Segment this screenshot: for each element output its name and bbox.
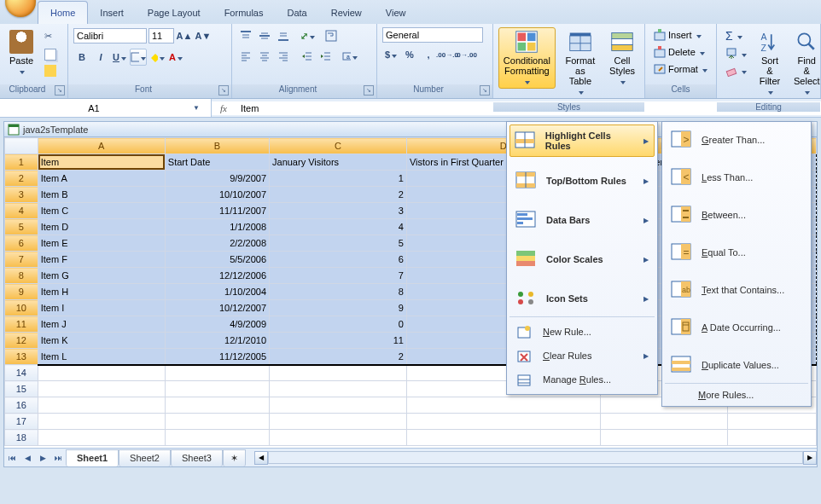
hscroll-left[interactable]: ◀	[254, 451, 268, 465]
select-all-button[interactable]	[5, 138, 38, 154]
number-format-input[interactable]	[382, 27, 483, 43]
shrink-font-button[interactable]: A▼	[195, 27, 212, 44]
cell[interactable]	[165, 414, 269, 430]
sheet-tab-new[interactable]: ✶	[223, 449, 246, 466]
merge-center-button[interactable]: a	[341, 48, 358, 65]
cell[interactable]: Item F	[38, 252, 165, 268]
cell[interactable]: 4/9/2009	[165, 316, 269, 333]
fill-color-button[interactable]	[148, 49, 166, 66]
paste-button[interactable]: Paste	[5, 27, 38, 78]
cell[interactable]	[38, 397, 165, 414]
submenu-less-than[interactable]: < Less Than...	[665, 162, 808, 193]
cell[interactable]: 1/1/2008	[165, 219, 269, 235]
find-select-button[interactable]: Find & Select	[789, 27, 821, 99]
cell[interactable]: Item K	[38, 333, 165, 349]
align-right-button[interactable]	[275, 48, 292, 65]
cut-button[interactable]: ✂	[41, 29, 61, 46]
cell[interactable]: 10/10/2007	[165, 187, 269, 203]
cell[interactable]	[165, 381, 269, 397]
cell[interactable]: Item L	[38, 349, 165, 365]
cell[interactable]: Start Date	[165, 154, 269, 171]
sheet-tab-3[interactable]: Sheet3	[171, 449, 223, 466]
sheet-nav-next[interactable]: ▶	[35, 450, 50, 466]
cell[interactable]: Item C	[38, 203, 165, 219]
conditional-formatting-button[interactable]: Conditional Formatting	[498, 27, 556, 89]
hscroll-track[interactable]	[268, 451, 803, 464]
align-top-button[interactable]	[237, 27, 254, 44]
cell[interactable]	[38, 381, 165, 397]
cell[interactable]: 10/12/2007	[165, 300, 269, 316]
sheet-tab-2[interactable]: Sheet2	[119, 449, 171, 466]
cell[interactable]	[165, 397, 269, 414]
cell[interactable]: 5	[270, 235, 407, 252]
wrap-text-button[interactable]	[323, 27, 340, 44]
grow-font-button[interactable]: A▲	[176, 27, 193, 44]
font-launcher[interactable]: ↘	[218, 85, 229, 96]
submenu-equal-to[interactable]: = Equal To...	[665, 237, 808, 268]
cell[interactable]: 9/9/2007	[165, 171, 269, 187]
tab-view[interactable]: View	[374, 2, 418, 24]
cell[interactable]	[38, 430, 165, 446]
sort-filter-button[interactable]: AZ Sort & Filter	[754, 27, 786, 99]
cell[interactable]: 1	[270, 171, 407, 187]
cell[interactable]: 12/1/2010	[165, 333, 269, 349]
cell[interactable]: Item B	[38, 187, 165, 203]
cell[interactable]: 4	[270, 219, 407, 235]
cell[interactable]: 7	[270, 268, 407, 284]
row-header[interactable]: 18	[5, 430, 38, 446]
tab-data[interactable]: Data	[275, 2, 318, 24]
bold-button[interactable]: B	[73, 49, 90, 66]
cell[interactable]: 11/12/2005	[165, 349, 269, 365]
row-header[interactable]: 1	[5, 154, 38, 171]
cell[interactable]: 11	[270, 333, 407, 349]
decrease-decimal-button[interactable]: .0→.00	[457, 46, 475, 63]
cell[interactable]: 3	[270, 203, 407, 219]
cell[interactable]: Item H	[38, 284, 165, 300]
alignment-launcher[interactable]: ↘	[364, 85, 374, 96]
copy-button[interactable]	[41, 47, 61, 62]
cell[interactable]: 1/10/2004	[165, 284, 269, 300]
cell[interactable]	[406, 414, 600, 430]
cell[interactable]	[270, 397, 407, 414]
format-painter-button[interactable]	[41, 63, 61, 78]
cell[interactable]: Item J	[38, 316, 165, 333]
cell[interactable]: Item I	[38, 300, 165, 316]
cell[interactable]: 5/5/2006	[165, 252, 269, 268]
cell[interactable]	[38, 414, 165, 430]
submenu-greater-than[interactable]: > Greater Than...	[665, 125, 808, 155]
submenu-date-occurring[interactable]: A Date Occurring...	[665, 312, 808, 343]
percent-button[interactable]: %	[401, 46, 418, 63]
cell[interactable]	[600, 414, 727, 430]
increase-indent-button[interactable]	[317, 48, 335, 65]
row-header[interactable]: 15	[5, 381, 38, 397]
cell[interactable]	[165, 365, 269, 381]
column-header-B[interactable]: B	[165, 138, 269, 154]
cell[interactable]: 2	[270, 187, 407, 203]
row-header[interactable]: 7	[5, 252, 38, 268]
underline-button[interactable]: U	[111, 49, 128, 66]
cell[interactable]: 8	[270, 284, 407, 300]
font-name-input[interactable]	[73, 28, 147, 43]
cell[interactable]	[727, 414, 816, 430]
tab-formulas[interactable]: Formulas	[213, 2, 276, 24]
cell-styles-button[interactable]: Cell Styles	[605, 27, 639, 89]
clear-button[interactable]	[722, 63, 750, 78]
name-box[interactable]: ▼	[0, 99, 212, 117]
cell[interactable]: 12/12/2006	[165, 268, 269, 284]
orientation-button[interactable]: ⤢	[299, 27, 316, 44]
menu-top-bottom-rules[interactable]: Top/Bottom Rules ▶	[509, 165, 655, 196]
number-launcher[interactable]: ↘	[480, 85, 490, 96]
menu-icon-sets[interactable]: Icon Sets ▶	[509, 283, 655, 314]
increase-decimal-button[interactable]: .00→.0	[439, 46, 456, 63]
submenu-between[interactable]: Between...	[665, 200, 808, 230]
cell[interactable]: 6	[270, 252, 407, 268]
sheet-nav-last[interactable]: ⏭	[50, 450, 66, 466]
submenu-more-rules[interactable]: More Rules...	[665, 386, 808, 403]
name-box-input[interactable]	[0, 101, 188, 115]
align-center-button[interactable]	[256, 48, 273, 65]
row-header[interactable]: 17	[5, 414, 38, 430]
submenu-text-contains[interactable]: ab Text that Contains...	[665, 275, 808, 305]
cell[interactable]: 2	[270, 349, 407, 365]
menu-clear-rules[interactable]: Clear Rules ▶	[509, 344, 655, 368]
row-header[interactable]: 5	[5, 219, 38, 235]
